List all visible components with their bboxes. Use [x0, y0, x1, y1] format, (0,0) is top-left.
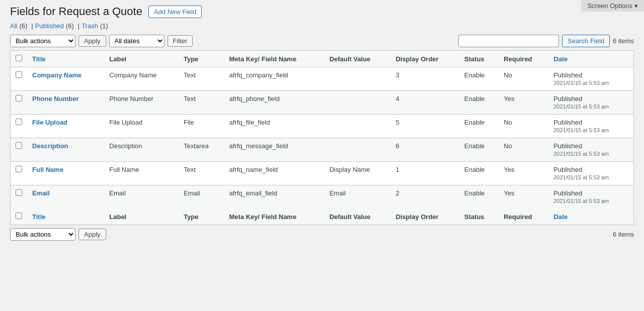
row-type-cell: Textarea: [179, 138, 224, 162]
row-label-cell: Full Name: [104, 162, 179, 185]
row-status-cell: Enable: [459, 185, 499, 209]
col-header-default-value: Default Value: [325, 51, 391, 67]
row-checkbox-cell: [11, 162, 28, 185]
col-header-date: Date: [548, 51, 633, 67]
apply-button-bottom[interactable]: Apply: [78, 229, 106, 240]
row-title-link[interactable]: Email: [32, 189, 50, 197]
row-checkbox[interactable]: [16, 71, 22, 78]
row-date-cell: Published 2021/01/15 at 5:53 am: [548, 138, 633, 162]
row-date-published: Published: [553, 142, 582, 150]
row-checkbox[interactable]: [16, 95, 22, 101]
row-date-cell: Published 2021/01/15 at 5:53 am: [548, 67, 633, 91]
row-label-cell: File Upload: [104, 115, 179, 138]
filter-published-link[interactable]: Published: [35, 22, 64, 30]
row-date-published: Published: [553, 71, 582, 79]
search-field-button[interactable]: Search Field: [562, 35, 610, 47]
table-row: Description Description Textarea afrfq_m…: [11, 138, 634, 162]
row-title-link[interactable]: Phone Number: [32, 95, 78, 102]
table-row: Email Email Email afrfq_email_field Emai…: [11, 185, 634, 209]
search-input[interactable]: [458, 35, 559, 47]
row-default-value-cell: [325, 115, 391, 138]
filter-trash-link[interactable]: Trash: [82, 22, 98, 30]
row-checkbox[interactable]: [16, 119, 22, 125]
add-new-field-button[interactable]: Add New Field: [148, 6, 202, 18]
col-title-link[interactable]: Title: [32, 55, 46, 63]
row-checkbox-cell: [11, 115, 28, 138]
tablenav-bottom: Bulk actions Apply 6 items: [10, 228, 634, 241]
row-type-cell: Text: [179, 67, 224, 91]
col-header-status: Status: [459, 51, 499, 67]
row-label-cell: Phone Number: [104, 91, 179, 115]
row-date-timestamp: 2021/01/15 at 5:53 am: [553, 198, 609, 204]
col-footer-title: Title: [27, 209, 104, 225]
row-date-published: Published: [553, 119, 582, 126]
bulk-actions-select-bottom[interactable]: Bulk actions: [10, 228, 75, 241]
row-default-value-cell: Display Name: [325, 162, 391, 185]
row-meta-key-cell: afrfq_message_field: [224, 138, 325, 162]
col-footer-label: Label: [104, 209, 179, 225]
chevron-down-icon: ▾: [634, 2, 638, 10]
row-checkbox-cell: [11, 138, 28, 162]
row-default-value-cell: [325, 91, 391, 115]
row-status-cell: Enable: [459, 91, 499, 115]
select-all-checkbox[interactable]: [16, 55, 22, 61]
page-title: Fields for Request a Quote: [10, 5, 142, 18]
row-checkbox[interactable]: [16, 142, 22, 149]
row-status-cell: Enable: [459, 162, 499, 185]
row-required-cell: No: [499, 115, 548, 138]
row-display-order-cell: 1: [390, 162, 459, 185]
table-row: Full Name Full Name Text afrfq_name_fiel…: [11, 162, 634, 185]
row-type-cell: Text: [179, 91, 224, 115]
dates-select-top[interactable]: All dates: [109, 35, 165, 47]
filter-all-link[interactable]: All: [10, 22, 17, 30]
apply-button-top[interactable]: Apply: [78, 35, 106, 47]
row-title-link[interactable]: Description: [32, 142, 68, 150]
row-title-link[interactable]: Full Name: [32, 166, 63, 173]
col-header-required: Required: [499, 51, 548, 67]
row-status-cell: Enable: [459, 138, 499, 162]
row-date-published: Published: [553, 189, 582, 197]
col-date-link[interactable]: Date: [553, 55, 568, 63]
col-footer-date: Date: [548, 209, 633, 225]
screen-options-button[interactable]: Screen Options ▾: [581, 0, 644, 12]
row-default-value-cell: Email: [325, 185, 391, 209]
col-footer-required: Required: [499, 209, 548, 225]
col-date-foot-link[interactable]: Date: [553, 213, 568, 221]
row-date-cell: Published 2021/01/15 at 5:53 am: [548, 91, 633, 115]
select-all-column-foot: [11, 209, 28, 225]
col-title-foot-link[interactable]: Title: [32, 213, 46, 221]
row-checkbox[interactable]: [16, 189, 22, 196]
col-footer-meta-key: Meta Key/ Field Name: [224, 209, 325, 225]
row-checkbox-cell: [11, 67, 28, 91]
row-meta-key-cell: afrfq_company_field: [224, 67, 325, 91]
row-title-link[interactable]: File Upload: [32, 119, 67, 126]
row-required-cell: No: [499, 67, 548, 91]
row-title-cell: Phone Number: [27, 91, 104, 115]
table-footer-row: Title Label Type Meta Key/ Field Name De…: [11, 209, 634, 225]
bulk-actions-select-top[interactable]: Bulk actions: [10, 35, 75, 47]
row-display-order-cell: 2: [390, 185, 459, 209]
row-required-cell: Yes: [499, 162, 548, 185]
row-title-link[interactable]: Company Name: [32, 71, 82, 79]
col-footer-default-value: Default Value: [325, 209, 391, 225]
row-status-cell: Enable: [459, 67, 499, 91]
row-required-cell: No: [499, 138, 548, 162]
row-date-timestamp: 2021/01/15 at 5:53 am: [553, 174, 609, 180]
row-type-cell: Text: [179, 162, 224, 185]
row-type-cell: Email: [179, 185, 224, 209]
row-label-cell: Company Name: [104, 67, 179, 91]
row-title-cell: Full Name: [27, 162, 104, 185]
row-default-value-cell: [325, 138, 391, 162]
select-all-checkbox-foot[interactable]: [16, 213, 22, 219]
filter-button-top[interactable]: Filter: [168, 35, 193, 47]
row-date-published: Published: [553, 166, 582, 173]
row-date-timestamp: 2021/01/15 at 5:53 am: [553, 151, 609, 157]
row-title-cell: Company Name: [27, 67, 104, 91]
screen-options-label: Screen Options: [587, 2, 632, 10]
row-default-value-cell: [325, 67, 391, 91]
row-required-cell: Yes: [499, 185, 548, 209]
row-checkbox[interactable]: [16, 166, 22, 172]
items-count-bottom: 6 items: [613, 231, 634, 238]
filter-links: All (6) | Published (6) | Trash (1): [10, 22, 634, 30]
row-meta-key-cell: afrfq_name_field: [224, 162, 325, 185]
